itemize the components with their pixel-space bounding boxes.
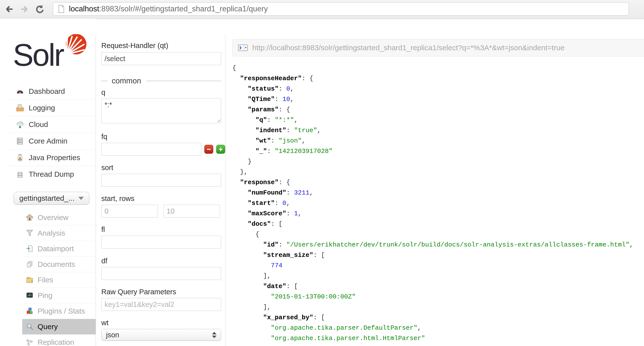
start-input[interactable]: [101, 205, 158, 218]
sidebar-item-cloud[interactable]: Cloud: [5, 116, 96, 133]
json-line: "_": "1421203917028": [232, 146, 644, 156]
sidebar-item-logging[interactable]: Logging: [5, 99, 96, 116]
core-nav-item-replication[interactable]: Replication: [22, 334, 96, 346]
legend-dash: [101, 81, 108, 81]
solr-logo-text: Solr: [13, 37, 63, 74]
json-line: "indent": "true",: [232, 125, 644, 136]
core-nav-label: Documents: [38, 260, 75, 269]
request-url-text: http://localhost:8983/solr/gettingstarte…: [252, 44, 564, 52]
address-bar[interactable]: localhost:8983/solr/#/gettingstarted_sha…: [53, 2, 629, 16]
raw-query-params-input[interactable]: [101, 298, 221, 311]
query-form: Request-Handler (qt) common q *:* fq − +…: [96, 35, 225, 346]
json-line: ],: [232, 302, 644, 312]
core-selector-dropdown[interactable]: gettingstarted_...: [14, 192, 90, 205]
request-url-link[interactable]: http://localhost:8983/solr/gettingstarte…: [232, 39, 644, 56]
json-line: "q": "*:*",: [232, 115, 644, 125]
start-rows-row: [101, 205, 225, 218]
fq-input[interactable]: [101, 143, 202, 156]
core-nav-label: Replication: [38, 338, 74, 346]
q-input[interactable]: *:*: [101, 98, 221, 123]
sidebar-item-label: Dashboard: [29, 87, 65, 96]
logging-icon: [16, 104, 24, 112]
request-handler-input[interactable]: [101, 52, 221, 65]
overview-icon: [26, 214, 34, 222]
sidebar-item-java-properties[interactable]: Java Properties: [5, 149, 96, 166]
json-line: "id": "/Users/erikhatcher/dev/trunk/solr…: [232, 240, 644, 250]
select-arrows-icon: [212, 332, 216, 338]
browser-back-icon[interactable]: [3, 3, 15, 15]
core-nav-label: Overview: [38, 213, 68, 222]
json-line: "org.apache.tika.parser.DefaultParser",: [232, 323, 644, 333]
json-line: "org.apache.tika.parser.html.HtmlParser": [232, 333, 644, 343]
legend-line: [146, 81, 221, 81]
fl-input[interactable]: [101, 236, 221, 249]
core-nav-item-documents[interactable]: Documents: [22, 256, 96, 272]
rows-input[interactable]: [163, 205, 220, 218]
query-results-panel: http://localhost:8983/solr/gettingstarte…: [226, 35, 644, 346]
json-line: "numFound": 3211,: [232, 188, 644, 198]
browser-reload-icon[interactable]: [33, 3, 46, 15]
query-icon: [26, 323, 34, 331]
sidebar-item-thread-dump[interactable]: Thread Dump: [5, 166, 96, 183]
core-nav-item-dataimport[interactable]: Dataimport: [22, 241, 96, 256]
core-nav-label: Ping: [38, 291, 52, 300]
sidebar-item-label: Core Admin: [29, 137, 68, 145]
df-input[interactable]: [101, 267, 221, 280]
browser-forward-icon[interactable]: [18, 3, 31, 15]
sort-input[interactable]: [101, 174, 221, 187]
add-filter-button[interactable]: +: [216, 145, 225, 154]
ping-icon: [26, 292, 34, 299]
thread-dump-icon: [16, 170, 24, 179]
java-properties-icon: [16, 153, 24, 162]
core-admin-icon: [16, 137, 24, 145]
json-line: },: [232, 167, 644, 177]
dataimport-icon: [26, 245, 34, 253]
main-nav: Dashboard Logging Cloud: [0, 83, 96, 183]
sidebar-item-label: Thread Dump: [29, 170, 74, 179]
sidebar-item-core-admin[interactable]: Core Admin: [5, 133, 96, 149]
common-section-legend: common: [101, 76, 221, 85]
solr-sunburst-icon: [64, 34, 88, 59]
sidebar-item-dashboard[interactable]: Dashboard: [5, 83, 96, 99]
request-url-icon: [238, 44, 248, 52]
core-selector-value: gettingstarted_...: [19, 194, 74, 203]
fl-label: fl: [101, 226, 225, 234]
json-line: "params": {: [232, 104, 644, 115]
fq-label: fq: [101, 133, 225, 141]
q-label: q: [101, 88, 225, 97]
json-line: }: [232, 156, 644, 167]
sort-label: sort: [101, 163, 225, 172]
start-rows-label: start, rows: [101, 195, 225, 203]
raw-query-params-label: Raw Query Parameters: [101, 288, 225, 296]
core-nav-item-overview[interactable]: Overview: [22, 210, 96, 225]
page-icon: [58, 4, 65, 14]
core-nav-item-ping[interactable]: Ping: [22, 288, 96, 303]
json-line: "wt": "json",: [232, 136, 644, 146]
core-nav-item-files[interactable]: Files: [22, 272, 96, 288]
replication-icon: [26, 338, 34, 346]
analysis-icon: [26, 229, 34, 237]
json-line: "stream_size": [: [232, 250, 644, 260]
cloud-icon: [16, 120, 24, 129]
q-textarea-wrap: *:*: [101, 98, 221, 123]
wt-select[interactable]: json: [101, 329, 221, 341]
wt-label: wt: [101, 319, 225, 327]
json-line: "docs": [: [232, 219, 644, 229]
core-nav-item-query[interactable]: Query: [22, 319, 96, 334]
df-label: df: [101, 257, 225, 265]
json-line: "QTime": 10,: [232, 94, 644, 104]
core-nav-item-analysis[interactable]: Analysis: [22, 225, 96, 241]
core-nav-item-plugins-stats[interactable]: Plugins / Stats: [22, 303, 96, 319]
json-line: 774: [232, 260, 644, 271]
json-line: "start": 0,: [232, 198, 644, 208]
documents-icon: [26, 260, 34, 268]
json-line: "responseHeader": {: [232, 73, 644, 84]
remove-filter-button[interactable]: −: [204, 145, 213, 154]
core-nav-label: Plugins / Stats: [38, 307, 85, 315]
core-nav: Overview Analysis Dataimport Documents: [0, 210, 96, 346]
chevron-down-icon: [78, 197, 84, 200]
dashboard-icon: [16, 87, 24, 96]
json-line: ],: [232, 271, 644, 281]
sidebar-item-label: Cloud: [29, 120, 48, 129]
url-path: :8983/solr/#/gettingstarted_shard1_repli…: [99, 5, 268, 13]
